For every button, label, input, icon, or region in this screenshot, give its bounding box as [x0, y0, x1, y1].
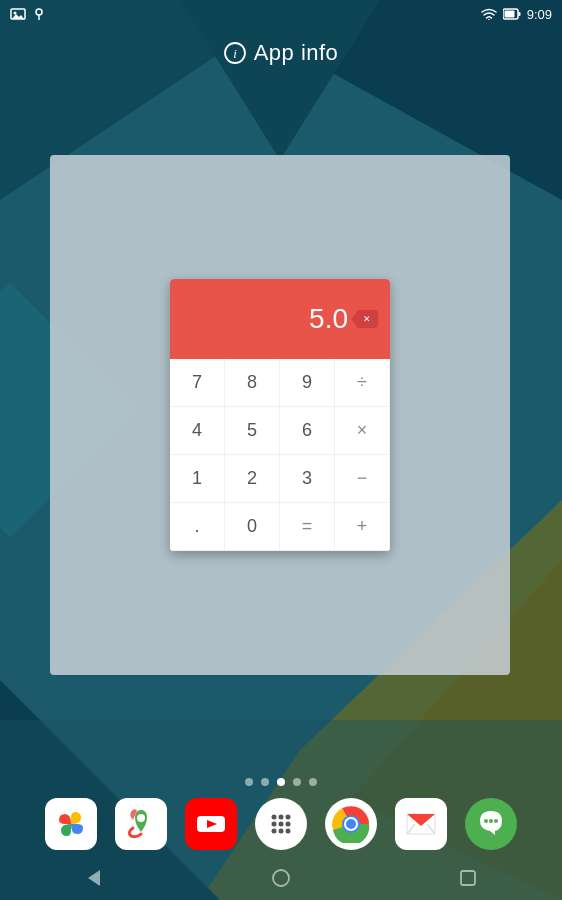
calc-btn-7[interactable]: 7 — [170, 359, 225, 407]
calc-btn-9[interactable]: 9 — [280, 359, 335, 407]
svg-point-29 — [279, 829, 284, 834]
svg-marker-10 — [12, 14, 24, 19]
calc-btn-=[interactable]: = — [280, 503, 335, 551]
page-dot-2 — [261, 778, 269, 786]
calc-btn-−[interactable]: − — [335, 455, 390, 503]
svg-point-44 — [273, 870, 289, 886]
svg-point-19 — [137, 814, 145, 822]
svg-rect-16 — [504, 11, 514, 18]
calculator-card[interactable]: 5.0 ✕ 789÷456×123−.0=+ — [170, 279, 390, 551]
svg-point-13 — [488, 19, 490, 20]
svg-point-41 — [489, 819, 493, 823]
google-photos-icon[interactable] — [45, 798, 97, 850]
app-info-label: App info — [254, 40, 339, 66]
svg-rect-15 — [518, 12, 520, 16]
calc-btn-+[interactable]: + — [335, 503, 390, 551]
calc-btn-×[interactable]: × — [335, 407, 390, 455]
pin-icon — [32, 7, 46, 21]
dock-icons — [45, 798, 517, 850]
calc-btn-.[interactable]: . — [170, 503, 225, 551]
status-bar: 9:09 — [0, 0, 562, 28]
backspace-button[interactable]: ✕ — [356, 310, 378, 328]
svg-rect-45 — [461, 871, 475, 885]
page-dot-1 — [245, 778, 253, 786]
wifi-icon — [481, 8, 497, 20]
svg-point-28 — [272, 829, 277, 834]
recent-apps-area: 5.0 ✕ 789÷456×123−.0=+ — [50, 155, 510, 675]
svg-point-30 — [286, 829, 291, 834]
page-dot-4 — [293, 778, 301, 786]
nav-bar — [0, 856, 562, 900]
nav-recents-button[interactable] — [448, 858, 488, 898]
calc-btn-6[interactable]: 6 — [280, 407, 335, 455]
svg-point-26 — [279, 822, 284, 827]
calc-number: 5.0 — [309, 303, 348, 335]
calc-btn-4[interactable]: 4 — [170, 407, 225, 455]
hangouts-icon[interactable] — [465, 798, 517, 850]
svg-text:i: i — [233, 46, 237, 61]
page-dot-3 — [277, 778, 285, 786]
calc-btn-8[interactable]: 8 — [225, 359, 280, 407]
status-right: 9:09 — [481, 7, 552, 22]
svg-point-35 — [346, 819, 356, 829]
svg-point-27 — [286, 822, 291, 827]
svg-point-22 — [272, 815, 277, 820]
svg-point-24 — [286, 815, 291, 820]
app-info-bar[interactable]: i App info — [0, 40, 562, 66]
page-dot-5 — [309, 778, 317, 786]
svg-point-42 — [494, 819, 498, 823]
calc-buttons: 789÷456×123−.0=+ — [170, 359, 390, 551]
youtube-icon[interactable] — [185, 798, 237, 850]
page-indicators — [245, 778, 317, 786]
svg-marker-43 — [88, 870, 100, 886]
status-left-icons — [10, 7, 46, 21]
calc-btn-÷[interactable]: ÷ — [335, 359, 390, 407]
calc-btn-0[interactable]: 0 — [225, 503, 280, 551]
calc-btn-1[interactable]: 1 — [170, 455, 225, 503]
svg-point-11 — [36, 9, 42, 15]
image-icon — [10, 7, 26, 21]
calc-btn-3[interactable]: 3 — [280, 455, 335, 503]
svg-point-23 — [279, 815, 284, 820]
calc-btn-5[interactable]: 5 — [225, 407, 280, 455]
info-icon: i — [224, 42, 246, 64]
svg-point-40 — [484, 819, 488, 823]
svg-point-25 — [272, 822, 277, 827]
dock-area — [0, 778, 562, 850]
app-launcher-icon[interactable] — [255, 798, 307, 850]
gmail-icon[interactable] — [395, 798, 447, 850]
battery-icon — [503, 8, 521, 20]
time-display: 9:09 — [527, 7, 552, 22]
calc-display: 5.0 ✕ — [170, 279, 390, 359]
nav-home-button[interactable] — [261, 858, 301, 898]
nav-back-button[interactable] — [74, 858, 114, 898]
chrome-icon[interactable] — [325, 798, 377, 850]
google-maps-icon[interactable] — [115, 798, 167, 850]
calc-btn-2[interactable]: 2 — [225, 455, 280, 503]
